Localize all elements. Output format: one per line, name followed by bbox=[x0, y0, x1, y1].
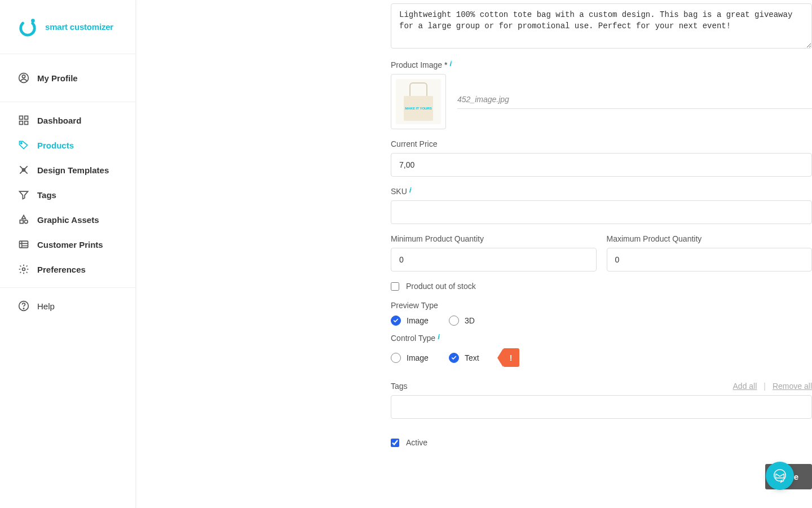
product-image-thumbnail[interactable]: MAKE IT YOURS bbox=[391, 74, 446, 129]
sidebar-item-customer-prints[interactable]: Customer Prints bbox=[0, 232, 135, 257]
control-type-text-radio[interactable]: Text bbox=[449, 353, 479, 363]
radio-label: Text bbox=[465, 353, 479, 362]
sidebar-item-profile[interactable]: My Profile bbox=[0, 60, 135, 96]
radio-label: 3D bbox=[465, 316, 475, 325]
dashboard-icon bbox=[18, 115, 29, 126]
min-qty-input[interactable] bbox=[391, 248, 597, 271]
sidebar-item-label: Help bbox=[37, 301, 55, 311]
svg-point-13 bbox=[23, 268, 25, 271]
info-icon[interactable]: i bbox=[438, 332, 440, 341]
chat-fab[interactable] bbox=[766, 462, 794, 490]
control-type-image-radio[interactable]: Image bbox=[391, 353, 429, 363]
current-price-label: Current Price bbox=[391, 139, 437, 148]
sidebar-item-label: Customer Prints bbox=[37, 240, 103, 249]
active-checkbox[interactable] bbox=[391, 439, 399, 447]
tags-add-all-link[interactable]: Add all bbox=[733, 382, 757, 391]
control-type-label: Control Type bbox=[391, 334, 435, 343]
help-icon bbox=[18, 300, 29, 312]
logo-icon bbox=[18, 17, 37, 37]
product-image-filename[interactable]: 452_image.jpg bbox=[457, 95, 812, 109]
info-icon[interactable]: i bbox=[409, 186, 412, 194]
sidebar-item-label: Dashboard bbox=[37, 116, 81, 125]
max-qty-input[interactable] bbox=[607, 248, 813, 271]
sidebar-item-label: Preferences bbox=[37, 265, 86, 274]
sku-input[interactable] bbox=[391, 200, 812, 224]
filter-icon bbox=[18, 189, 29, 200]
sku-label: SKU bbox=[391, 187, 407, 196]
radio-unchecked-icon bbox=[391, 353, 401, 363]
warning-badge[interactable]: ! bbox=[503, 348, 519, 367]
radio-checked-icon bbox=[449, 353, 459, 363]
logo[interactable]: smart customizer bbox=[0, 0, 135, 54]
sidebar: smart customizer My Profile Dashboard Pr… bbox=[0, 0, 136, 508]
sidebar-item-label: My Profile bbox=[37, 73, 78, 83]
sidebar-item-preferences[interactable]: Preferences bbox=[0, 257, 135, 282]
nav-help-section: Help bbox=[0, 288, 135, 324]
active-label: Active bbox=[406, 438, 427, 447]
preview-type-image-radio[interactable]: Image bbox=[391, 316, 429, 326]
description-textarea[interactable] bbox=[391, 3, 812, 49]
sidebar-item-tags[interactable]: Tags bbox=[0, 182, 135, 207]
sidebar-item-dashboard[interactable]: Dashboard bbox=[0, 108, 135, 133]
prints-icon bbox=[18, 239, 29, 250]
radio-unchecked-icon bbox=[449, 316, 459, 326]
svg-rect-6 bbox=[20, 121, 23, 125]
out-of-stock-checkbox[interactable] bbox=[391, 282, 399, 291]
gear-icon bbox=[18, 264, 29, 275]
out-of-stock-label: Product out of stock bbox=[406, 282, 476, 291]
radio-checked-icon bbox=[391, 316, 401, 326]
user-icon bbox=[18, 72, 29, 84]
svg-point-8 bbox=[21, 143, 22, 144]
svg-rect-10 bbox=[20, 220, 23, 224]
design-icon bbox=[18, 164, 29, 176]
sidebar-item-design-templates[interactable]: Design Templates bbox=[0, 157, 135, 182]
required-asterisk: * bbox=[444, 60, 447, 69]
sidebar-item-graphic-assets[interactable]: Graphic Assets bbox=[0, 207, 135, 232]
bag-print-text: MAKE IT YOURS bbox=[405, 107, 432, 111]
main-content: Product Image * i MAKE IT YOURS 452_imag… bbox=[136, 0, 812, 508]
mail-icon bbox=[773, 468, 787, 483]
nav-profile-section: My Profile bbox=[0, 54, 135, 102]
tags-input[interactable] bbox=[391, 395, 812, 419]
radio-label: Image bbox=[407, 353, 429, 362]
current-price-input[interactable] bbox=[391, 153, 812, 177]
svg-point-11 bbox=[24, 220, 28, 224]
tags-remove-all-link[interactable]: Remove all bbox=[773, 382, 812, 391]
nav-main-section: Dashboard Products Design Templates Tags… bbox=[0, 102, 135, 288]
min-qty-label: Minimum Product Quantity bbox=[391, 234, 484, 243]
radio-label: Image bbox=[407, 316, 429, 325]
separator: | bbox=[764, 382, 766, 391]
svg-rect-4 bbox=[20, 116, 23, 120]
preview-type-3d-radio[interactable]: 3D bbox=[449, 316, 475, 326]
sidebar-item-label: Tags bbox=[37, 190, 56, 200]
svg-rect-12 bbox=[20, 241, 28, 248]
svg-point-15 bbox=[23, 308, 24, 309]
product-image-label: Product Image bbox=[391, 60, 442, 69]
svg-rect-5 bbox=[25, 116, 28, 120]
tags-label: Tags bbox=[391, 382, 408, 391]
sidebar-item-label: Products bbox=[37, 141, 74, 150]
sidebar-item-products[interactable]: Products bbox=[0, 133, 135, 157]
logo-text: smart customizer bbox=[45, 22, 113, 32]
sidebar-item-label: Graphic Assets bbox=[37, 215, 99, 225]
svg-point-3 bbox=[22, 75, 25, 78]
tag-icon bbox=[18, 139, 29, 151]
shapes-icon bbox=[18, 214, 29, 225]
svg-point-1 bbox=[31, 19, 35, 23]
sidebar-item-label: Design Templates bbox=[37, 165, 109, 175]
svg-rect-7 bbox=[25, 121, 28, 125]
max-qty-label: Maximum Product Quantity bbox=[607, 234, 702, 243]
info-icon[interactable]: i bbox=[450, 59, 452, 68]
sidebar-item-help[interactable]: Help bbox=[0, 294, 135, 318]
preview-type-label: Preview Type bbox=[391, 301, 438, 310]
